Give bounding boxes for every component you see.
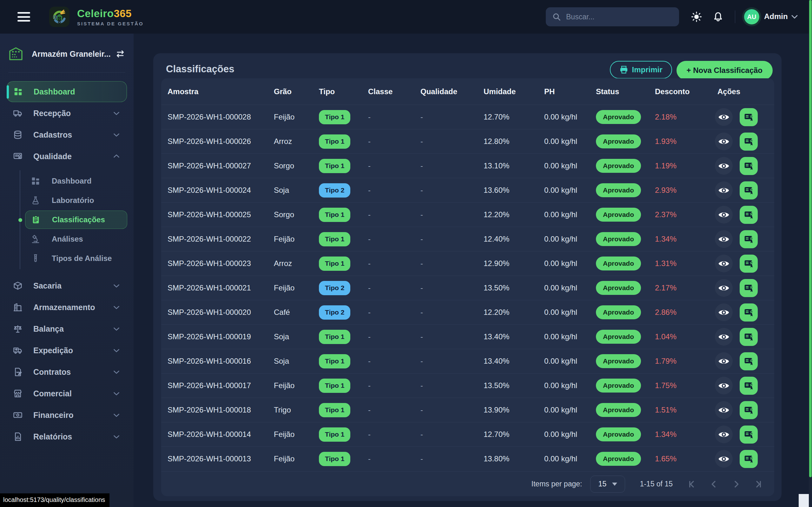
view-button[interactable] bbox=[715, 206, 733, 224]
sidebar-subitem-tipos-de-analise[interactable]: Tipos de Análise bbox=[25, 249, 127, 268]
theme-toggle-button[interactable] bbox=[689, 9, 704, 24]
view-button[interactable] bbox=[715, 426, 733, 443]
view-button[interactable] bbox=[715, 181, 733, 199]
database-icon bbox=[13, 130, 22, 139]
notifications-button[interactable] bbox=[711, 9, 725, 24]
certificate-button[interactable] bbox=[740, 230, 758, 248]
search-box[interactable] bbox=[546, 7, 679, 26]
certificate-button[interactable] bbox=[740, 401, 758, 419]
sidebar-item-dashboard[interactable]: Dashboard bbox=[7, 81, 127, 102]
view-button[interactable] bbox=[715, 230, 733, 248]
certificate-button[interactable] bbox=[740, 108, 758, 126]
table-row: SMP-2026-WH1-000020CaféTipo 2--12.20%0.0… bbox=[161, 300, 774, 324]
chevron-down-icon[interactable] bbox=[791, 14, 798, 21]
view-button[interactable] bbox=[715, 157, 733, 175]
avatar[interactable]: AU bbox=[744, 9, 759, 24]
certificate-button[interactable] bbox=[740, 279, 758, 297]
sidebar-item-relatorios[interactable]: Relatórios bbox=[7, 426, 127, 447]
cell-acoes bbox=[711, 377, 774, 395]
cell-umidade: 12.80% bbox=[477, 137, 538, 146]
sidebar-subitem-laboratorio[interactable]: Laboratório bbox=[25, 191, 127, 210]
cell-tipo: Tipo 1 bbox=[312, 452, 362, 466]
cell-desconto: 1.51% bbox=[649, 405, 711, 414]
chevron-down-icon bbox=[112, 368, 120, 376]
cell-umidade: 13.50% bbox=[477, 381, 538, 390]
sidebar-subitem-analises[interactable]: Análises bbox=[25, 230, 127, 248]
sidebar-item-contratos[interactable]: Contratos bbox=[7, 361, 127, 382]
sidebar-item-armazenamento[interactable]: Armazenamento bbox=[7, 297, 127, 318]
certificate-button[interactable] bbox=[740, 157, 758, 175]
scrollbar-thumb[interactable] bbox=[809, 0, 812, 477]
sidebar-item-sacaria[interactable]: Sacaria bbox=[7, 275, 127, 296]
certificate-button[interactable] bbox=[740, 132, 758, 151]
cell-umidade: 12.90% bbox=[477, 259, 538, 268]
cell-amostra: SMP-2026-WH1-000028 bbox=[161, 113, 267, 121]
certificate-button[interactable] bbox=[740, 450, 758, 468]
sidebar-item-comercial[interactable]: Comercial bbox=[7, 383, 127, 404]
sidebar-item-balanca[interactable]: Balança bbox=[7, 318, 127, 339]
switch-warehouse-icon[interactable] bbox=[115, 50, 125, 58]
certificate-button[interactable] bbox=[740, 303, 758, 322]
sidebar-item-recepcao[interactable]: Recepção bbox=[7, 103, 127, 124]
first-page-button[interactable] bbox=[684, 476, 699, 492]
view-button[interactable] bbox=[715, 450, 733, 468]
view-button[interactable] bbox=[715, 352, 733, 370]
sidebar-item-financeiro[interactable]: Financeiro bbox=[7, 405, 127, 426]
cell-amostra: SMP-2026-WH1-000014 bbox=[161, 430, 267, 439]
view-button[interactable] bbox=[715, 132, 733, 150]
next-page-button[interactable] bbox=[728, 476, 744, 492]
cell-acoes bbox=[711, 401, 774, 419]
chevron-down-icon bbox=[112, 346, 120, 354]
cell-ph: 0.00 kg/hl bbox=[538, 113, 590, 121]
view-button[interactable] bbox=[715, 303, 733, 321]
sidebar-item-qualidade[interactable]: Qualidade bbox=[7, 146, 127, 167]
eye-icon bbox=[718, 137, 729, 146]
cell-tipo: Tipo 1 bbox=[312, 159, 362, 173]
chevron-down-icon bbox=[112, 131, 120, 139]
certificate-button[interactable] bbox=[740, 181, 758, 200]
view-button[interactable] bbox=[715, 328, 733, 346]
sidebar-item-cadastros[interactable]: Cadastros bbox=[7, 124, 127, 145]
certificate-button[interactable] bbox=[740, 328, 758, 346]
view-button[interactable] bbox=[715, 377, 733, 394]
cell-ph: 0.00 kg/hl bbox=[538, 332, 590, 341]
print-button[interactable]: Imprimir bbox=[610, 61, 672, 79]
page-size-select[interactable]: 15 bbox=[590, 475, 625, 493]
certificate-button[interactable] bbox=[740, 426, 758, 444]
cell-umidade: 12.70% bbox=[477, 430, 538, 439]
classifications-table: AmostraGrãoTipoClasseQualidadeUmidadePHS… bbox=[161, 78, 774, 496]
cell-tipo: Tipo 1 bbox=[312, 403, 362, 417]
warehouse-label: Armazém Graneleir... bbox=[32, 50, 111, 59]
last-page-button[interactable] bbox=[751, 476, 766, 492]
warehouse-selector[interactable]: Armazém Graneleir... bbox=[0, 34, 134, 72]
view-button[interactable] bbox=[715, 255, 733, 272]
view-button[interactable] bbox=[715, 279, 733, 297]
column-header: Tipo bbox=[312, 87, 362, 96]
vertical-scrollbar[interactable] bbox=[809, 0, 812, 507]
hamburger-menu-icon[interactable] bbox=[17, 12, 30, 21]
view-button[interactable] bbox=[715, 108, 733, 126]
cell-status: Aprovado bbox=[590, 452, 649, 466]
certificate-button[interactable] bbox=[740, 352, 758, 370]
tipo-badge: Tipo 2 bbox=[319, 281, 350, 295]
previous-page-button[interactable] bbox=[706, 476, 721, 492]
table-row: SMP-2026-WH1-000018TrigoTipo 1--13.90%0.… bbox=[161, 398, 774, 422]
status-badge: Aprovado bbox=[596, 330, 641, 344]
cell-classe: - bbox=[362, 186, 414, 195]
new-classification-button[interactable]: + Nova Classificação bbox=[676, 61, 773, 80]
brand-block: Celeiro365 SISTEMA DE GESTÃO bbox=[77, 8, 144, 26]
cell-desconto: 1.75% bbox=[649, 381, 711, 390]
certificate-button[interactable] bbox=[740, 255, 758, 273]
search-input[interactable] bbox=[566, 13, 668, 21]
sidebar-item-expedicao[interactable]: Expedição bbox=[7, 340, 127, 361]
sidebar-subitem-quality-dashboard[interactable]: Dashboard bbox=[25, 172, 127, 190]
sidebar-subitem-classificacoes[interactable]: Classificações bbox=[25, 211, 127, 229]
certificate-button[interactable] bbox=[740, 377, 758, 395]
cell-qualidade: - bbox=[414, 381, 477, 390]
tipo-badge: Tipo 1 bbox=[319, 403, 350, 417]
certificate-button[interactable] bbox=[740, 206, 758, 224]
view-button[interactable] bbox=[715, 401, 733, 419]
cell-classe: - bbox=[362, 137, 414, 146]
printer-icon bbox=[619, 66, 628, 74]
user-menu[interactable]: Admin bbox=[764, 12, 788, 21]
